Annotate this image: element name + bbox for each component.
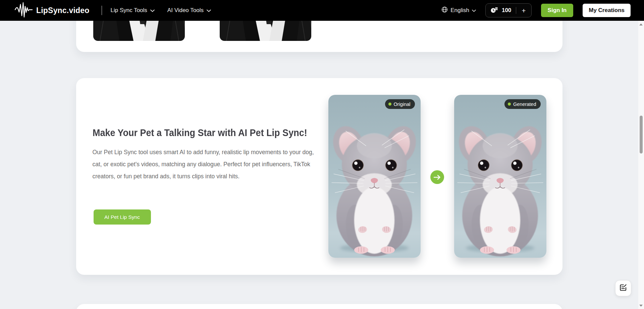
status-dot xyxy=(388,103,391,106)
language-selector[interactable]: English xyxy=(441,6,476,14)
nav-lip-sync-tools[interactable]: Lip Sync Tools xyxy=(111,7,155,14)
brand-name: LipSync.video xyxy=(36,6,90,15)
scrollbar-down-arrow[interactable] xyxy=(639,304,643,307)
scrollbar-thumb[interactable] xyxy=(640,116,643,153)
nav-ai-video-tools[interactable]: AI Video Tools xyxy=(167,7,211,14)
coin-icon xyxy=(490,6,498,15)
badge-label: Original xyxy=(394,102,411,107)
chevron-down-icon xyxy=(207,7,211,14)
scrollbar-up-arrow[interactable] xyxy=(639,22,643,26)
credits-divider xyxy=(516,7,516,14)
top-navbar: LipSync.video Lip Sync Tools AI Video To… xyxy=(0,0,644,21)
transform-arrow-icon xyxy=(430,170,444,184)
scrollbar[interactable] xyxy=(638,21,644,309)
status-dot xyxy=(508,103,511,106)
sign-in-button[interactable]: Sign In xyxy=(541,4,574,17)
ai-pet-lip-sync-button[interactable]: AI Pet Lip Sync xyxy=(94,209,151,225)
edit-icon xyxy=(619,283,628,293)
feedback-fab[interactable] xyxy=(615,280,631,296)
credits-pill[interactable]: 100 + xyxy=(485,3,532,17)
brand-logo[interactable]: LipSync.video xyxy=(15,2,90,19)
chevron-down-icon xyxy=(150,7,155,14)
generated-pet-image: Generated xyxy=(454,95,546,258)
nav-item-label: AI Video Tools xyxy=(167,7,204,14)
credits-count: 100 xyxy=(502,7,511,14)
nav-divider xyxy=(102,6,102,15)
globe-icon xyxy=(441,6,448,14)
chinchilla-illustration xyxy=(454,95,546,258)
section-description: Our Pet Lip Sync tool uses smart AI to a… xyxy=(93,146,318,182)
nav-item-label: Lip Sync Tools xyxy=(111,7,147,14)
language-label: English xyxy=(450,7,469,14)
waveform-icon xyxy=(15,2,33,19)
next-section-card xyxy=(76,304,562,309)
badge-label: Generated xyxy=(513,102,536,107)
original-pet-image: Original xyxy=(328,95,421,258)
chinchilla-illustration xyxy=(328,95,421,258)
add-credits-button[interactable]: + xyxy=(521,7,526,14)
chevron-down-icon xyxy=(472,7,476,14)
generated-badge: Generated xyxy=(504,99,541,109)
section-heading: Make Your Pet a Talking Star with AI Pet… xyxy=(93,127,307,138)
original-badge: Original xyxy=(385,99,415,109)
page-content: Make Your Pet a Talking Star with AI Pet… xyxy=(0,0,638,309)
my-creations-button[interactable]: My Creations xyxy=(583,4,631,17)
pet-lipsync-section: Make Your Pet a Talking Star with AI Pet… xyxy=(76,78,562,275)
